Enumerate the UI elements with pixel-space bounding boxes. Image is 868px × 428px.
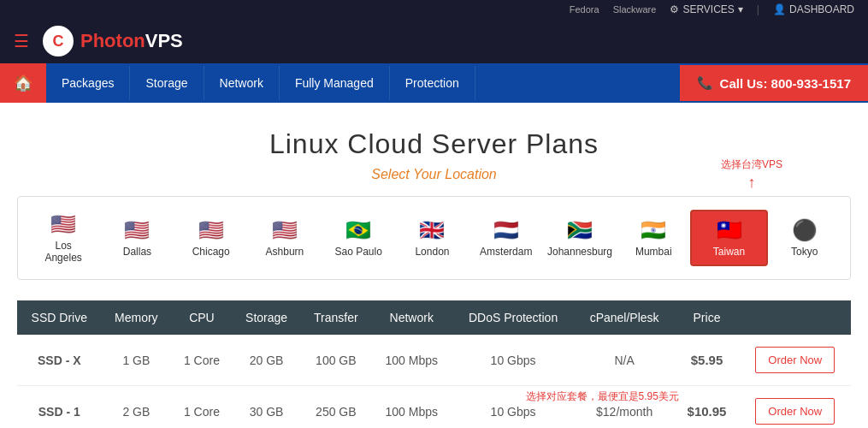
flag-us2: 🇺🇸 [124, 218, 150, 242]
flag-tw: 🇹🇼 [717, 218, 742, 242]
cheapest-annotation: 选择对应套餐，最便宜是5.95美元 [526, 389, 679, 404]
services-link[interactable]: ⚙ SERVICES ▾ [670, 3, 742, 15]
transfer-ssdx: 100 GB [300, 335, 371, 386]
plan-name-ssdx: SSD - X [17, 335, 102, 386]
hamburger-icon[interactable]: ☰ [14, 31, 29, 51]
location-dallas[interactable]: 🇺🇸 Dallas [100, 211, 174, 265]
location-london[interactable]: 🇬🇧 London [395, 211, 469, 265]
plan-name-ssd1: SSD - 1 [17, 386, 102, 429]
os1-label: Fedora [570, 4, 599, 15]
nav-storage[interactable]: Storage [130, 66, 204, 100]
flag-gb: 🇬🇧 [419, 218, 445, 242]
location-tokyo[interactable]: ⚫ Tokyo [768, 211, 841, 265]
flag-nl: 🇳🇱 [493, 218, 519, 242]
call-us-banner: 📞 Call Us: 800-933-1517 [680, 65, 868, 101]
dashboard-icon: 👤 [773, 3, 786, 15]
col-cpu: CPU [171, 300, 233, 335]
col-memory: Memory [102, 300, 172, 335]
header: ☰ C PhotonVPS [0, 19, 868, 63]
table-body: SSD - X 1 GB 1 Core 20 GB 100 GB 100 Mbp… [17, 335, 851, 428]
cpu-ssdx: 1 Core [171, 335, 233, 386]
order-button-ssd1[interactable]: Order Now [755, 398, 835, 425]
flag-jp: ⚫ [792, 218, 818, 242]
phone-icon: 📞 [697, 75, 713, 91]
location-ashburn[interactable]: 🇺🇸 Ashburn [248, 211, 322, 265]
dashboard-link[interactable]: 👤 DASHBOARD [773, 3, 854, 15]
nav-network[interactable]: Network [204, 66, 280, 100]
col-ddos: DDoS Protection [452, 300, 575, 335]
home-nav-button[interactable]: 🏠 [0, 63, 46, 103]
storage-ssdx: 20 GB [233, 335, 301, 386]
nav-protection[interactable]: Protection [390, 66, 475, 100]
table-row: SSD - 1 2 GB 1 Core 30 GB 250 GB 100 Mbp… [17, 386, 851, 429]
flag-us3: 🇺🇸 [198, 218, 224, 242]
flag-za: 🇿🇦 [567, 218, 593, 242]
network-ssd1: 100 Mbps [371, 386, 452, 429]
location-los-angeles[interactable]: 🇺🇸 Los Angeles [27, 205, 100, 270]
nav-packages[interactable]: Packages [46, 66, 130, 100]
col-transfer: Transfer [300, 300, 371, 335]
tools-icon: ⚙ [670, 3, 679, 15]
location-mumbai[interactable]: 🇮🇳 Mumbai [617, 211, 690, 265]
cpanel-ssdx: N/A [575, 335, 675, 386]
location-sao-paulo[interactable]: 🇧🇷 Sao Paulo [322, 211, 395, 265]
col-ssd: SSD Drive [17, 300, 102, 335]
network-ssdx: 100 Mbps [371, 335, 452, 386]
location-taiwan[interactable]: 🇹🇼 Taiwan [690, 210, 767, 266]
page-title: Linux Cloud Server Plans [17, 128, 851, 160]
price-ssdx: $5.95 [674, 335, 739, 386]
storage-ssd1: 30 GB [233, 386, 301, 429]
os2-label: Slackware [613, 4, 657, 15]
logo-text: PhotonVPS [80, 30, 183, 52]
main-content: Linux Cloud Server Plans Select Your Loc… [0, 103, 868, 428]
location-johannesburg[interactable]: 🇿🇦 Johannesburg [543, 211, 617, 265]
order-cell-ssdx: Order Now 选择对应套餐，最便宜是5.95美元 [740, 335, 851, 386]
col-cpanel: cPanel/Plesk [575, 300, 675, 335]
location-amsterdam[interactable]: 🇳🇱 Amsterdam [469, 211, 543, 265]
flag-us4: 🇺🇸 [272, 218, 298, 242]
transfer-ssd1: 250 GB [300, 386, 371, 429]
plans-table: SSD Drive Memory CPU Storage Transfer Ne… [17, 300, 851, 428]
locations-grid: 🇺🇸 Los Angeles 🇺🇸 Dallas 🇺🇸 Chicago 🇺🇸 A… [17, 196, 851, 280]
cpu-ssd1: 1 Core [171, 386, 233, 429]
col-network: Network [371, 300, 452, 335]
table-header: SSD Drive Memory CPU Storage Transfer Ne… [17, 300, 851, 335]
locations-container: 选择台湾VPS ↑ 🇺🇸 Los Angeles 🇺🇸 Dallas 🇺🇸 Ch… [17, 196, 851, 280]
nav-fully-managed[interactable]: Fully Managed [280, 66, 390, 100]
col-storage: Storage [233, 300, 301, 335]
order-cell-ssd1: Order Now [740, 386, 851, 429]
top-bar: Fedora Slackware ⚙ SERVICES ▾ | 👤 DASHBO… [0, 0, 868, 19]
order-button-ssdx[interactable]: Order Now [755, 347, 835, 373]
col-price: Price [674, 300, 739, 335]
price-ssd1: $10.95 [674, 386, 739, 429]
ddos-ssdx: 10 Gbps [452, 335, 575, 386]
main-nav: 🏠 Packages Storage Network Fully Managed… [0, 63, 868, 103]
memory-ssd1: 2 GB [102, 386, 172, 429]
flag-in: 🇮🇳 [641, 218, 666, 242]
taiwan-arrow-icon: ↑ [721, 174, 782, 192]
logo-icon: C [43, 26, 74, 56]
table-row: SSD - X 1 GB 1 Core 20 GB 100 GB 100 Mbp… [17, 335, 851, 386]
logo: ☰ C PhotonVPS [14, 26, 183, 56]
col-action [740, 300, 851, 335]
flag-br: 🇧🇷 [345, 218, 371, 242]
memory-ssdx: 1 GB [102, 335, 172, 386]
location-chicago[interactable]: 🇺🇸 Chicago [174, 211, 248, 265]
taiwan-annotation: 选择台湾VPS ↑ [721, 158, 782, 192]
flag-us1: 🇺🇸 [50, 212, 76, 236]
